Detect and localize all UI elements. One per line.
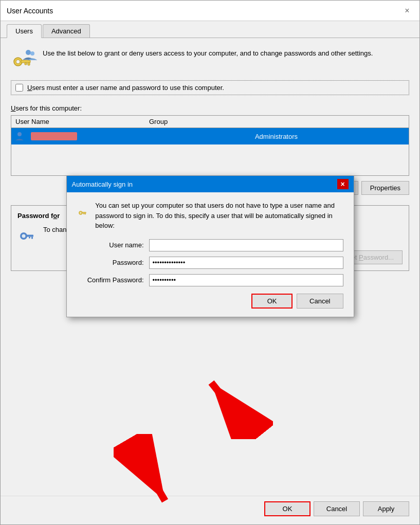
svg-point-14: [80, 212, 81, 213]
username-row: User name:: [77, 239, 343, 251]
svg-line-21: [129, 439, 165, 501]
users-table: User Name Group Administrators: [11, 115, 409, 176]
title-bar: User Accounts ×: [1, 1, 419, 21]
tab-users[interactable]: Users: [7, 24, 42, 38]
modal-title: Automatically sign in: [72, 180, 133, 188]
modal-buttons: OK Cancel: [77, 294, 343, 309]
confirm-password-label: Confirm Password:: [77, 276, 149, 284]
cancel-button[interactable]: Cancel: [314, 501, 360, 516]
modal-content: You can set up your computer so that use…: [67, 192, 354, 317]
column-group: Group: [149, 118, 405, 125]
close-button[interactable]: ×: [401, 5, 413, 17]
checkbox-row: Users must enter a user name and passwor…: [11, 80, 409, 95]
svg-rect-17: [83, 213, 84, 214]
properties-button[interactable]: Properties: [361, 181, 409, 195]
user-group-cell: Administrators: [148, 133, 405, 140]
users-section-label: Users for this computer:: [11, 104, 409, 112]
password-icon: [17, 225, 38, 245]
checkbox-label: Users must enter a user name and passwor…: [27, 84, 224, 92]
description-text: Use the list below to grant or deny user…: [43, 48, 373, 59]
arrow-1-svg: [170, 357, 273, 439]
user-row-icon: [15, 130, 28, 142]
table-row[interactable]: Administrators: [11, 128, 409, 144]
window-title: User Accounts: [7, 7, 53, 15]
svg-rect-16: [84, 213, 85, 214]
auto-signin-modal: Automatically sign in × You can set up: [66, 175, 354, 317]
users-must-login-checkbox[interactable]: [15, 84, 23, 92]
modal-cancel-button[interactable]: Cancel: [297, 294, 343, 309]
svg-rect-10: [26, 235, 33, 237]
bottom-buttons: OK Cancel Apply: [1, 496, 419, 524]
table-header: User Name Group: [11, 116, 409, 128]
users-icon: [11, 46, 35, 71]
modal-ok-button[interactable]: OK: [251, 294, 293, 309]
confirm-password-input[interactable]: [149, 274, 343, 286]
tab-bar: Users Advanced: [1, 21, 419, 38]
password-label: Password:: [77, 259, 149, 266]
column-username: User Name: [15, 118, 149, 125]
modal-title-bar: Automatically sign in ×: [67, 176, 354, 192]
svg-rect-12: [29, 237, 30, 239]
description-row: Use the list below to grant or deny user…: [11, 46, 409, 71]
password-input[interactable]: [149, 257, 343, 269]
modal-desc-row: You can set up your computer so that use…: [77, 201, 343, 231]
svg-rect-15: [82, 212, 86, 213]
user-name-cell: [31, 132, 148, 141]
table-empty-space: [11, 144, 409, 175]
svg-line-19: [211, 383, 252, 434]
password-row: Password:: [77, 257, 343, 269]
svg-rect-4: [25, 63, 27, 65]
svg-rect-2: [21, 60, 30, 63]
main-window: User Accounts × Users Advanced: [0, 0, 420, 525]
modal-description: You can set up your computer so that use…: [95, 201, 343, 231]
redacted-name: [31, 132, 77, 140]
tab-advanced[interactable]: Advanced: [43, 24, 90, 38]
svg-point-6: [30, 51, 34, 56]
username-input[interactable]: [149, 239, 343, 251]
svg-rect-11: [31, 237, 33, 239]
username-label: User name:: [77, 241, 149, 249]
users-icon-svg: [11, 46, 38, 73]
svg-rect-3: [28, 63, 30, 65]
svg-point-5: [26, 50, 31, 55]
svg-point-1: [16, 60, 20, 64]
svg-point-9: [22, 234, 26, 238]
apply-button[interactable]: Apply: [363, 501, 409, 516]
svg-point-7: [17, 132, 22, 136]
modal-close-button[interactable]: ×: [337, 179, 349, 189]
main-content: Use the list below to grant or deny user…: [1, 38, 419, 496]
confirm-password-row: Confirm Password:: [77, 274, 343, 286]
modal-icon: [77, 201, 88, 223]
ok-button[interactable]: OK: [264, 501, 311, 516]
